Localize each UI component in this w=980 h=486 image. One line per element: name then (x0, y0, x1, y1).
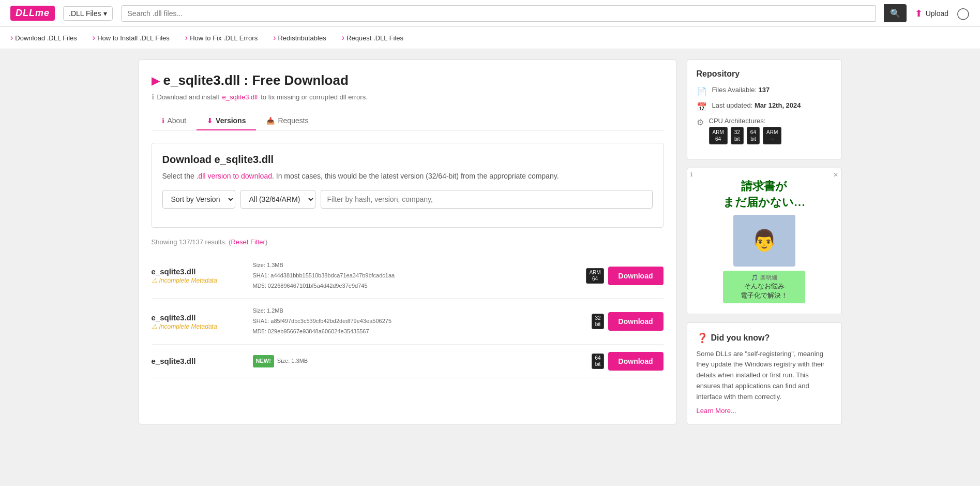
ad-box: ℹ ✕ 請求書が まだ届かない… 👨 🎵 楽明細 そんなお悩み電子化で解決！ (687, 168, 842, 314)
nav-download-dll[interactable]: Download .DLL Files (10, 27, 77, 49)
repo-updated-item: 📅 Last updated: Mar 12th, 2024 (697, 101, 832, 112)
file-actions-1: ARM64 Download (586, 267, 663, 285)
nav-request-dll-label: Request .DLL Files (346, 34, 403, 42)
download-button-2[interactable]: Download (608, 312, 664, 331)
dropdown-arrow-icon: ▾ (103, 9, 107, 18)
file-size-1: Size: 1.3MB (253, 260, 578, 271)
logo[interactable]: DLLme (10, 6, 55, 21)
cpu-badge-arm: ARM··· (763, 127, 781, 144)
repo-files-item: 📄 Files Available: 137 (697, 86, 832, 96)
file-info-3: e_sqlite3.dll (152, 357, 245, 365)
main-container: ▶ e_sqlite3.dll : Free Download ℹ Downlo… (128, 49, 852, 435)
page-title-text: e_sqlite3.dll : Free Download (163, 72, 349, 89)
upload-label: Upload (926, 9, 948, 18)
download-section-title: Download e_sqlite3.dll (162, 154, 653, 166)
info-icon: ℹ (152, 93, 154, 101)
tab-versions[interactable]: ⬇ Versions (197, 111, 256, 130)
results-count-text: Showing 137/137 results. (152, 238, 227, 246)
file-details-3: NEW! Size: 1.3MB (253, 355, 584, 367)
subtitle: ℹ Download and install e_sqlite3.dll to … (152, 93, 664, 101)
dll-dropdown[interactable]: .DLL Files ▾ (63, 6, 113, 21)
search-input[interactable] (121, 5, 876, 22)
nav-fix-dll-label: How to Fix .DLL Errors (190, 34, 258, 42)
cpu-badge-arm64: ARM64 (709, 127, 728, 144)
nav-install-dll[interactable]: How to Install .DLL Files (93, 27, 170, 49)
files-available-count: 137 (759, 86, 770, 94)
upload-icon: ⬆ (915, 8, 923, 19)
tab-requests-label: Requests (278, 116, 308, 125)
requests-icon: 📥 (266, 117, 275, 125)
upload-button[interactable]: ⬆ Upload (915, 8, 948, 19)
last-updated-label: Last updated: (712, 101, 753, 109)
file-metadata-1: ⚠ Incomplete Metadata (152, 277, 245, 284)
dropdown-label: .DLL Files (69, 9, 101, 18)
subtitle-post: to fix missing or corrupted dll errors. (261, 93, 368, 101)
warning-icon-2: ⚠ (152, 323, 157, 330)
ad-subtitle: 🎵 楽明細 そんなお悩み電子化で解決！ (723, 271, 805, 303)
results-count: Showing 137/137 results. (Reset Filter) (152, 238, 664, 246)
about-icon: ℹ (162, 117, 164, 125)
last-updated-value: Mar 12th, 2024 (755, 101, 801, 109)
nav-redistributables[interactable]: Redistributables (273, 27, 326, 49)
nav-fix-dll[interactable]: How to Fix .DLL Errors (185, 27, 258, 49)
file-icon: 📄 (697, 86, 707, 96)
learn-more-link[interactable]: Learn More... (697, 407, 832, 415)
cpu-arch-label: CPU Architectures: (709, 117, 782, 125)
tab-versions-label: Versions (216, 116, 246, 125)
filters: Sort by Version All (32/64/ARM) (162, 190, 653, 209)
download-button-3[interactable]: Download (608, 352, 664, 371)
file-md5-2: MD5: 029eb95667e93848a606024e35435567 (253, 327, 584, 337)
metadata-label-2: Incomplete Metadata (159, 323, 217, 330)
sort-by-version-select[interactable]: Sort by Version (162, 190, 235, 209)
search-icon: 🔍 (890, 9, 900, 18)
file-sha1-2: SHA1: a85f497dbc3c539cfb42bd2dedf79e43ea… (253, 316, 584, 327)
ad-content: 請求書が まだ届かない… 👨 🎵 楽明細 そんなお悩み電子化で解決！ (713, 168, 816, 314)
file-actions-2: 32bit Download (592, 312, 663, 331)
nav-redistributables-label: Redistributables (278, 34, 326, 42)
file-actions-3: 64bit Download (592, 352, 663, 371)
tab-requests[interactable]: 📥 Requests (256, 111, 319, 130)
arch-filter-select[interactable]: All (32/64/ARM) (240, 190, 315, 209)
tab-about[interactable]: ℹ About (152, 111, 197, 130)
account-icon[interactable]: ◯ (957, 7, 970, 20)
subtitle-link[interactable]: e_sqlite3.dll (222, 93, 258, 101)
ad-image: 👨 (733, 215, 795, 267)
page-title: ▶ e_sqlite3.dll : Free Download (152, 72, 664, 89)
subtitle-pre: Download and install (157, 93, 219, 101)
dll-version-link[interactable]: .dll version to download (197, 172, 272, 180)
repo-arch-item: ⚙ CPU Architectures: ARM64 32bit 64bit A… (697, 117, 832, 144)
new-badge-3: NEW! (253, 355, 274, 367)
header: DLLme .DLL Files ▾ 🔍 ⬆ Upload ◯ (0, 0, 980, 27)
cpu-badge-64bit: 64bit (747, 127, 760, 144)
file-info-1: e_sqlite3.dll ⚠ Incomplete Metadata (152, 267, 245, 284)
sidebar: Repository 📄 Files Available: 137 📅 Last… (687, 60, 842, 424)
nav-request-dll[interactable]: Request .DLL Files (342, 27, 403, 49)
file-name-3: e_sqlite3.dll (152, 357, 245, 365)
content-area: ▶ e_sqlite3.dll : Free Download ℹ Downlo… (139, 60, 676, 424)
tabs: ℹ About ⬇ Versions 📥 Requests (152, 111, 664, 130)
list-item: e_sqlite3.dll ⚠ Incomplete Metadata Size… (152, 299, 664, 344)
file-sha1-1: SHA1: a44d381bbb15510b38bdca71ea347b9bfc… (253, 271, 578, 281)
tab-about-label: About (168, 116, 187, 125)
ad-info-icon: ℹ (690, 171, 692, 178)
files-available-label: Files Available: (712, 86, 757, 94)
calendar-icon: 📅 (697, 102, 707, 112)
nav-install-dll-label: How to Install .DLL Files (97, 34, 170, 42)
file-size-3: Size: 1.3MB (277, 356, 308, 366)
file-size-2: Size: 1.2MB (253, 306, 584, 316)
list-item: e_sqlite3.dll ⚠ Incomplete Metadata Size… (152, 253, 664, 299)
ad-sub-label: 🎵 楽明細 (728, 274, 800, 282)
cpu-badge-32bit: 32bit (731, 127, 744, 144)
filter-input[interactable] (321, 190, 653, 209)
reset-filter-link[interactable]: Reset Filter (231, 238, 265, 246)
list-item: e_sqlite3.dll NEW! Size: 1.3MB 64bit Dow… (152, 345, 664, 378)
download-button-1[interactable]: Download (608, 267, 664, 285)
ad-close-icon[interactable]: ✕ (833, 171, 838, 179)
download-section: Download e_sqlite3.dll Select the .dll v… (152, 143, 664, 228)
file-name-1: e_sqlite3.dll (152, 267, 245, 276)
nav-bar: Download .DLL Files How to Install .DLL … (0, 27, 980, 49)
did-you-know-text: Some DLLs are "self-registering", meanin… (697, 349, 832, 403)
search-button[interactable]: 🔍 (884, 4, 907, 22)
title-arrow-icon: ▶ (152, 75, 159, 87)
ad-subtitle-text: そんなお悩み電子化で解決！ (728, 282, 800, 300)
